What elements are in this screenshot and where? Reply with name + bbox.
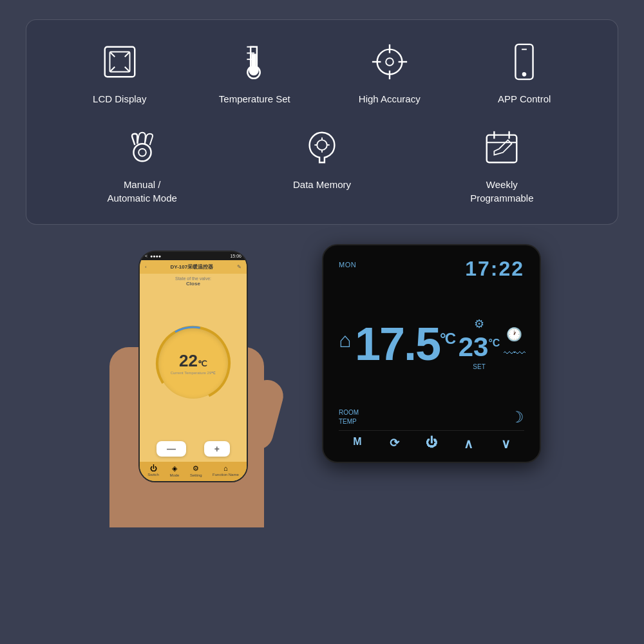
- thermo-main-display: ⌂ 17.5°C ⚙ 23°C SET 🕐 〰〰: [339, 284, 524, 403]
- feature-item-temp-set: Temperature Set: [216, 39, 293, 106]
- thermo-current-temp: 17.5°C: [355, 321, 455, 367]
- svg-line-4: [109, 67, 115, 72]
- phone-device: < ●●●● 15:06 ‹ DY-107采暖温控器 ✎ State of th…: [138, 251, 248, 482]
- thermo-time: 17:22: [465, 258, 524, 279]
- weekly-label: WeeklyProgrammable: [470, 178, 533, 205]
- feature-item-weekly: WeeklyProgrammable: [463, 125, 540, 205]
- thermo-top-row: MON 17:22: [339, 258, 524, 279]
- svg-rect-27: [487, 135, 517, 163]
- feature-row-1: LCD Display Temperature Set High Accurac…: [52, 39, 592, 106]
- crosshair-icon: [367, 39, 412, 84]
- thermo-right-icons: 🕐 〰〰: [504, 327, 524, 361]
- svg-point-31: [153, 323, 234, 404]
- accuracy-label: High Accuracy: [359, 92, 421, 106]
- thermo-home-icon: ⌂: [339, 328, 351, 352]
- svg-point-22: [317, 140, 327, 150]
- thermostat-device: MON 17:22 ⌂ 17.5°C ⚙ 23°C: [322, 244, 541, 463]
- svg-point-12: [386, 58, 393, 66]
- phone-app-title: DY-107采暖温控器: [170, 263, 213, 270]
- thermo-moon-icon: ☽: [510, 408, 524, 426]
- feature-item-accuracy: High Accuracy: [351, 39, 428, 106]
- thermo-set-label: SET: [473, 363, 485, 370]
- svg-line-2: [109, 52, 115, 57]
- phone-clock: 15:06: [230, 254, 242, 258]
- app-phone-icon: [502, 39, 547, 84]
- svg-rect-10: [252, 54, 256, 70]
- head-gear-icon: [299, 125, 345, 170]
- svg-point-20: [133, 144, 151, 161]
- phone-container: < ●●●● 15:06 ‹ DY-107采暖温控器 ✎ State of th…: [103, 244, 296, 527]
- thermo-btn-down[interactable]: ∨: [496, 436, 515, 451]
- lcd-icon: [97, 39, 142, 84]
- nav-switch[interactable]: ⏻ Switch: [147, 464, 159, 477]
- feature-item-memory: Data Memory: [283, 125, 361, 191]
- phone-back[interactable]: ‹: [145, 264, 147, 270]
- feature-item-app: APP Control: [486, 39, 563, 106]
- phone-plus-btn[interactable]: +: [204, 441, 230, 457]
- nav-mode[interactable]: ◈ Mode: [169, 464, 179, 477]
- temp-circle-container: 22℃ Current Temperature 29℃: [158, 328, 229, 399]
- svg-point-19: [523, 73, 526, 76]
- manual-label: Manual /Automatic Mode: [107, 178, 176, 205]
- temp-set-label: Temperature Set: [219, 92, 290, 106]
- thermo-btn-up[interactable]: ∧: [459, 436, 478, 451]
- thermo-set-area: ⚙ 23°C SET: [459, 317, 500, 370]
- nav-setting[interactable]: ⚙ Setting: [190, 464, 202, 477]
- feature-item-lcd: LCD Display: [81, 39, 158, 106]
- feature-panel: LCD Display Temperature Set High Accurac…: [26, 19, 618, 225]
- thermometer-icon: [232, 39, 277, 84]
- feature-item-manual: Manual /Automatic Mode: [104, 125, 181, 205]
- thermo-bottom-row: ROOMTEMP ☽: [339, 403, 524, 430]
- nav-function[interactable]: ⌂ Function Name: [213, 464, 239, 477]
- thermo-left-info: MON: [339, 258, 356, 269]
- svg-line-3: [125, 52, 130, 57]
- thermo-day: MON: [339, 261, 356, 269]
- phone-state-value: Close: [140, 281, 247, 289]
- thermo-gear-icon: ⚙: [474, 317, 484, 331]
- svg-point-32: [153, 323, 234, 404]
- feature-row-2: Manual /Automatic Mode Data Memory Weekl…: [52, 125, 592, 205]
- thermo-clock-icon: 🕐: [506, 327, 522, 342]
- thermostat-container: MON 17:22 ⌂ 17.5°C ⚙ 23°C: [322, 244, 541, 463]
- svg-line-5: [125, 67, 130, 72]
- calendar-edit-icon: [479, 125, 524, 170]
- memory-label: Data Memory: [293, 178, 351, 191]
- bottom-section: < ●●●● 15:06 ‹ DY-107采暖温控器 ✎ State of th…: [26, 244, 618, 527]
- thermo-btn-power[interactable]: ⏻: [422, 436, 441, 451]
- thermo-left-icons: ⌂: [339, 335, 351, 352]
- phone-edit[interactable]: ✎: [237, 264, 242, 270]
- phone-status-left: < ●●●●: [145, 254, 161, 258]
- app-label: APP Control: [498, 92, 551, 106]
- phone-state-label: State of the valve:: [140, 274, 247, 281]
- thermo-room-temp-label: ROOMTEMP: [339, 408, 359, 426]
- thermo-btn-m[interactable]: M: [348, 436, 367, 451]
- thermo-set-temp: 23°C: [459, 334, 500, 361]
- phone-minus-btn[interactable]: —: [156, 441, 186, 457]
- svg-point-21: [138, 149, 146, 156]
- thermo-btn-lock[interactable]: ⟳: [384, 436, 404, 451]
- lcd-label: LCD Display: [93, 92, 146, 106]
- thermo-button-row: M ⟳ ⏻ ∧ ∨: [339, 430, 524, 451]
- hand-gear-icon: [120, 125, 165, 170]
- thermo-heat-icon: 〰〰: [504, 347, 524, 361]
